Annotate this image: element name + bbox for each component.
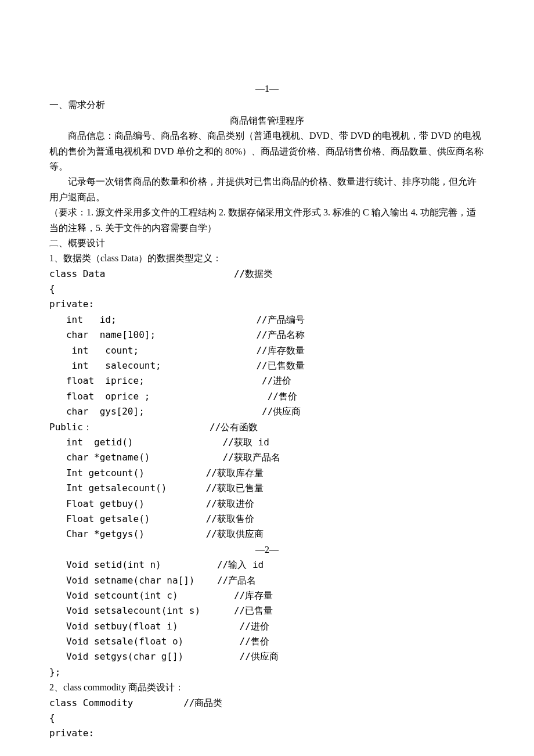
code-block-commodity-class: class Commodity //商品类 { private: [49, 696, 485, 741]
paragraph-requirements: （要求：1. 源文件采用多文件的工程结构 2. 数据存储采用文件形式 3. 标准… [49, 205, 485, 236]
paragraph-record: 记录每一次销售商品的数量和价格，并提供对已售出商品的价格、数量进行统计、排序功能… [49, 174, 485, 205]
doc-title: 商品销售管理程序 [49, 113, 485, 128]
page-number-top: —1— [49, 81, 485, 96]
section-commodity-class: 2、class commodity 商品类设计： [49, 680, 485, 695]
page-number-mid: —2— [49, 542, 485, 557]
code-block-data-class-bottom: Void setid(int n) //输入 id Void setname(c… [49, 557, 485, 680]
heading-requirements: 一、需求分析 [49, 98, 485, 113]
paragraph-goods-info: 商品信息：商品编号、商品名称、商品类别（普通电视机、DVD、带 DVD 的电视机… [49, 128, 485, 174]
section-data-class: 1、数据类（class Data）的数据类型定义： [49, 251, 485, 266]
heading-design: 二、概要设计 [49, 236, 485, 251]
code-block-data-class-top: class Data //数据类 { private: int id; //产品… [49, 267, 485, 542]
